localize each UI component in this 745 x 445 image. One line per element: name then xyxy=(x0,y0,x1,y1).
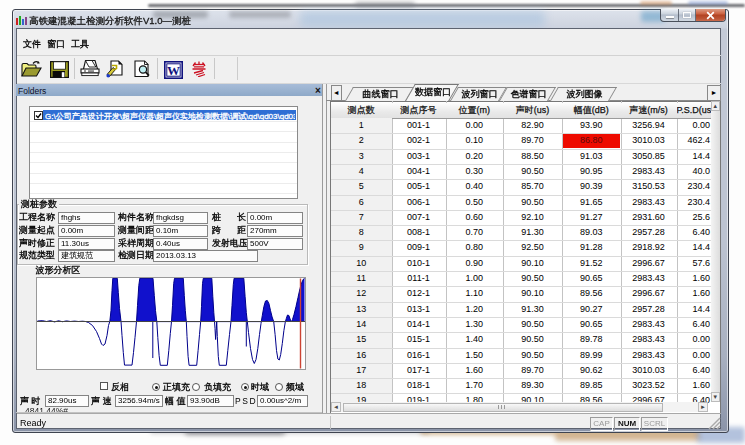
svg-text:W: W xyxy=(167,62,180,77)
